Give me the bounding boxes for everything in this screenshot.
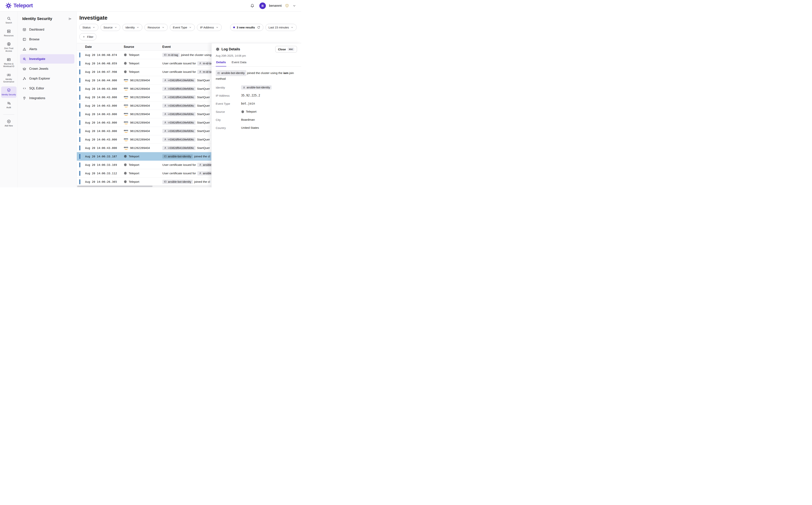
row-source: aws981262289404 xyxy=(124,113,162,116)
person-icon xyxy=(199,70,202,73)
row-indicator xyxy=(79,171,80,176)
add-filter-button[interactable]: Filter xyxy=(79,33,96,40)
table-row[interactable]: Aug 20 14:06:43.000aws981262289404i-0382… xyxy=(77,102,211,110)
sidebar-item-investigate[interactable]: Investigate xyxy=(20,54,74,63)
sidebar-item-browse[interactable]: Browse xyxy=(20,35,74,44)
avatar[interactable]: B xyxy=(259,2,266,9)
event-table: Date Source Event Aug 20 14:06:48.074Tel… xyxy=(77,43,211,187)
row-source: aws981262289404 xyxy=(124,129,162,133)
field-label: Event Type xyxy=(216,102,241,105)
rail-item-resources[interactable]: Resources xyxy=(1,27,16,39)
person-icon xyxy=(164,113,167,116)
sidebar-item-dashboard[interactable]: Dashboard xyxy=(20,25,74,34)
table-row[interactable]: Aug 20 14:06:43.000aws981262289404i-0382… xyxy=(77,110,211,118)
table-row[interactable]: Aug 20 14:06:43.000aws981262289404i-0382… xyxy=(77,135,211,144)
rail-item-label: Zero Trust Access xyxy=(2,47,16,52)
table-row[interactable]: Aug 20 14:06:43.000aws981262289404i-0382… xyxy=(77,144,211,152)
sidebar-item-crown-jewels[interactable]: Crown Jewels xyxy=(20,64,74,73)
table-row[interactable]: Aug 20 14:06:43.000aws981262289404i-0382… xyxy=(77,85,211,93)
table-row[interactable]: Aug 20 14:06:33.187Teleportansible-bot-i… xyxy=(77,152,211,161)
row-indicator-cell xyxy=(77,137,85,142)
table-row[interactable]: Aug 20 14:06:43.000aws981262289404i-0382… xyxy=(77,93,211,102)
panel-tabs: DetailsEvent Data xyxy=(211,60,301,66)
add-filter-label: Filter xyxy=(87,35,93,38)
sidebar-item-graph-explorer[interactable]: Graph Explorer xyxy=(20,74,74,83)
row-indicator-cell xyxy=(77,61,85,66)
sidebar-item-sql-editor[interactable]: SQL Editor xyxy=(20,83,74,93)
rail-item-search[interactable]: Search xyxy=(1,15,16,26)
filter-source-dropdown[interactable]: Source xyxy=(100,24,121,31)
rail-item-label: Identity Security xyxy=(2,94,16,96)
table-row[interactable]: Aug 20 14:06:43.000aws981262289404i-0382… xyxy=(77,118,211,127)
identity-security-sidebar: Identity Security DashboardBrowseAlertsI… xyxy=(18,12,77,187)
aws-logo-icon: aws xyxy=(124,138,128,141)
row-event: i-0382df84108efd06cStartQuer xyxy=(162,112,211,116)
tab-details[interactable]: Details xyxy=(216,60,226,66)
person-waves-icon xyxy=(7,73,11,77)
search-icon xyxy=(7,16,11,21)
sidebar-item-alerts[interactable]: Alerts xyxy=(20,44,74,54)
topbar-right: B benarent xyxy=(250,2,296,9)
row-indicator-cell xyxy=(77,146,85,150)
rail-item-add-new[interactable]: Add New xyxy=(1,118,16,129)
aws-smile-shape xyxy=(125,81,128,82)
tab-event-data[interactable]: Event Data xyxy=(231,60,247,66)
code-icon xyxy=(22,87,26,90)
source-label: Teleport xyxy=(129,53,139,57)
detail-field-country: CountryUnited States xyxy=(216,126,297,130)
table-row[interactable]: Aug 20 14:06:48.059TeleportUser certific… xyxy=(77,59,211,68)
teleport-gear-icon xyxy=(241,110,244,113)
table-row[interactable]: Aug 20 14:06:33.169TeleportUser certific… xyxy=(77,161,211,169)
table-row[interactable]: Aug 20 14:06:44.000aws981262289404i-0382… xyxy=(77,76,211,85)
event-chip: ansible-bot-identity xyxy=(216,70,246,76)
row-source: Teleport xyxy=(124,163,162,167)
chip-label: ansible-bot-identity xyxy=(168,180,191,183)
filter-status-dropdown[interactable]: Status xyxy=(79,24,98,31)
source-label: Teleport xyxy=(129,155,139,158)
table-row[interactable]: Aug 20 14:06:47.998TeleportUser certific… xyxy=(77,68,211,76)
person-icon xyxy=(199,163,202,166)
table-row[interactable]: Aug 20 14:06:43.000aws981262289404i-0382… xyxy=(77,127,211,135)
row-indicator xyxy=(79,129,80,134)
field-value: 35.92.225.2 xyxy=(241,94,260,97)
collapse-sidebar-icon[interactable] xyxy=(68,17,72,21)
new-results-button[interactable]: 3 new results xyxy=(230,24,263,31)
rail-item-machine-workload-id[interactable]: Machine & Workload ID xyxy=(1,56,16,69)
sidebar-item-label: Crown Jewels xyxy=(29,67,48,70)
col-event: Event xyxy=(162,45,211,49)
time-range-dropdown[interactable]: Last 15 minutes xyxy=(265,24,296,31)
close-button[interactable]: Close esc xyxy=(275,46,297,52)
filter-resource-dropdown[interactable]: Resource xyxy=(145,24,168,31)
dropdown-chevron-down-icon xyxy=(216,26,219,29)
filter-label: Identity xyxy=(126,26,135,29)
horizontal-scrollbar[interactable] xyxy=(77,185,211,187)
teleport-logo[interactable]: Teleport xyxy=(5,2,33,9)
rail-item-zero-trust-access[interactable]: Zero Trust Access xyxy=(1,40,16,54)
row-source: aws981262289404 xyxy=(124,87,162,91)
table-row[interactable]: Aug 20 14:06:26.365Teleportansible-bot-i… xyxy=(77,178,211,186)
notifications-bell-icon[interactable] xyxy=(250,3,254,8)
row-indicator-cell xyxy=(77,179,85,184)
refresh-icon xyxy=(257,26,260,29)
row-source: Teleport xyxy=(124,70,162,73)
rail-item-identity-governance[interactable]: Identity Governance xyxy=(1,71,16,85)
chip-label: m-id-tag xyxy=(168,53,178,56)
rail-item-audit[interactable]: Audit xyxy=(1,99,16,111)
table-row[interactable]: Aug 20 14:06:33.112TeleportUser certific… xyxy=(77,169,211,178)
plus-icon xyxy=(82,35,85,38)
aws-logo-text: aws xyxy=(124,78,128,81)
event-text: joined the cluster using xyxy=(181,53,211,57)
filter-event-type-dropdown[interactable]: Event Type xyxy=(170,24,195,31)
user-menu-chevron-down-icon[interactable] xyxy=(292,4,296,8)
rail-item-identity-security[interactable]: Identity Security xyxy=(1,87,16,98)
scrollbar-thumb[interactable] xyxy=(77,186,153,187)
event-text: User certificate issued for xyxy=(162,172,196,175)
filter-ip-address-dropdown[interactable]: IP Address xyxy=(197,24,221,31)
filter-identity-dropdown[interactable]: Identity xyxy=(122,24,142,31)
field-label: Country xyxy=(216,126,241,130)
plug-icon xyxy=(22,96,26,100)
table-row[interactable]: Aug 20 14:06:48.074Teleportm-id-tagjoine… xyxy=(77,51,211,59)
event-text: StartQuer xyxy=(197,138,210,141)
account-warning-shield-icon[interactable] xyxy=(285,4,289,8)
sidebar-item-integrations[interactable]: Integrations xyxy=(20,94,74,103)
